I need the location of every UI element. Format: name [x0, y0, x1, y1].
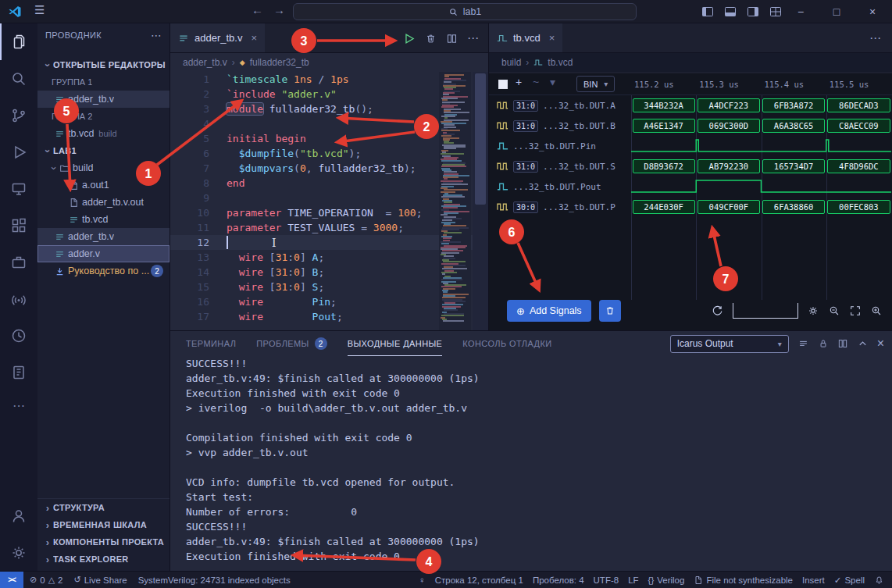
scrollbar-thumb[interactable] [475, 73, 486, 205]
menu-icon[interactable]: ☰ [34, 3, 45, 17]
sidebar-bottom-section-1[interactable]: ›ВРЕМЕННАЯ ШКАЛА [37, 516, 169, 533]
terminal-output[interactable]: SUCCESS!!!adder_tb.v:49: $finish called … [170, 356, 892, 571]
insert-mode-status[interactable]: Insert [802, 576, 825, 585]
toggle-sidebar-icon[interactable] [701, 5, 714, 18]
breadcrumb-symbol[interactable]: fulladder32_tb [250, 57, 309, 68]
sidebar-section-header[interactable]: ›ОТКРЫТЫЕ РЕДАКТОРЫ [37, 56, 169, 73]
close-panel-icon[interactable]: × [877, 337, 884, 351]
signal-row[interactable]: 30:0...32_tb.DUT.P244E030F049CF00F6FA388… [489, 197, 892, 217]
close-button[interactable]: × [855, 0, 890, 23]
breadcrumb-file[interactable]: tb.vcd [548, 57, 573, 68]
breadcrumb[interactable]: adder_tb.v › ◆ fulladder32_tb [170, 53, 488, 72]
sidebar-bottom-section-0[interactable]: ›СТРУКТУРА [37, 499, 169, 516]
back-icon[interactable]: ← [252, 3, 263, 16]
editor-scrollbar[interactable] [473, 72, 488, 330]
panel-tab-2[interactable]: ВЫХОДНЫЕ ДАННЫЕ [348, 331, 443, 356]
color-swatch-icon[interactable] [498, 80, 508, 89]
tree-item[interactable]: adder_tb.v [37, 228, 169, 245]
sidebar-item-guide[interactable]: Руководство по ...2 [37, 262, 169, 280]
activity-notebook[interactable] [0, 354, 37, 390]
synthesizable-status[interactable]: File not synthesizable [694, 576, 793, 585]
chevron-down-icon[interactable]: ▾ [550, 76, 555, 88]
remote-indicator[interactable]: >< [0, 572, 23, 588]
maximize-button[interactable]: □ [819, 0, 855, 23]
cursor-position[interactable]: Строка 12, столбец 1 [435, 576, 523, 585]
tree-item[interactable]: adder_tb.v.out [37, 194, 169, 211]
run-button[interactable] [402, 32, 416, 45]
tree-item[interactable]: ГРУППА 2 [37, 108, 169, 125]
zoom-out-icon[interactable] [828, 305, 840, 317]
indexer-status[interactable]: SystemVerilog: 24731 indexed objects [138, 576, 291, 585]
encoding-status[interactable]: UTF-8 [594, 576, 619, 585]
sidebar-section-header[interactable]: ›LAB1 [37, 142, 169, 159]
activity-accounts[interactable] [0, 497, 37, 534]
sidebar-bottom-section-2[interactable]: ›КОМПОНЕНТЫ ПРОЕКТА [37, 533, 169, 551]
close-tab-icon[interactable]: × [549, 32, 555, 44]
code-area[interactable]: 1`timescale 1ns / 1ps2`include "adder.v"… [170, 72, 488, 330]
panel-tab-3[interactable]: КОНСОЛЬ ОТЛАДКИ [462, 331, 551, 356]
signal-row[interactable]: 31:0...32_tb.DUT.A344B232AA4DCF2236FB3A8… [489, 95, 892, 116]
tab-tb-vcd[interactable]: tb.vcd × [489, 23, 562, 52]
format-select[interactable]: BIN ▾ [576, 76, 615, 92]
sidebar-more-icon[interactable]: ⋯ [151, 29, 162, 41]
zoom-range-input[interactable] [733, 303, 798, 319]
sidebar-bottom-section-3[interactable]: ›TASK EXPLORER [37, 551, 169, 568]
minimap[interactable] [439, 72, 471, 330]
trash-icon[interactable] [425, 33, 437, 45]
lock-icon[interactable] [818, 338, 829, 349]
tree-item[interactable]: a.out1 [37, 176, 169, 194]
tree-item[interactable]: ГРУППА 1 [37, 73, 169, 91]
panel-tab-0[interactable]: ТЕРМИНАЛ [186, 331, 236, 356]
panel-tab-1[interactable]: ПРОБЛЕМЫ2 [256, 331, 326, 356]
close-tab-icon[interactable]: × [251, 32, 257, 44]
more-actions-icon[interactable]: ⋯ [869, 31, 881, 45]
forward-icon[interactable]: → [273, 3, 285, 16]
tree-item[interactable]: adder_tb.v [37, 91, 169, 108]
open-in-editor-icon[interactable] [837, 338, 848, 349]
gear-icon[interactable] [807, 305, 819, 317]
activity-live-share[interactable] [0, 280, 37, 317]
minimize-button[interactable]: − [783, 0, 819, 23]
tree-item[interactable]: ›build [37, 159, 169, 176]
refresh-icon[interactable] [711, 305, 724, 318]
tab-adder-tb-v[interactable]: adder_tb.v × [170, 23, 265, 52]
fit-screen-icon[interactable] [849, 305, 862, 317]
breadcrumb-folder[interactable]: build [501, 57, 521, 68]
zoom-in-icon[interactable] [870, 305, 883, 317]
spell-status[interactable]: ✓Spell [834, 575, 865, 586]
problems-status[interactable]: ⊘0 △2 [30, 575, 63, 585]
signal-row[interactable]: 31:0...32_tb.DUT.SD8B93672AB792230165734… [489, 156, 892, 176]
add-signals-button[interactable]: ⊕ Add Signals [507, 300, 591, 322]
activity-project-manager[interactable] [0, 244, 37, 280]
tree-item[interactable]: tb.vcd [37, 211, 169, 228]
activity-extensions[interactable] [0, 207, 37, 244]
notifications-bell[interactable] [874, 575, 884, 585]
toggle-secondary-sidebar-icon[interactable] [747, 5, 759, 18]
live-share-status[interactable]: ↺ Live Share [74, 575, 127, 585]
activity-more[interactable]: ⋯ [0, 390, 37, 420]
wave-breadcrumb[interactable]: build › tb.vcd [489, 53, 892, 72]
analog-wave-icon[interactable]: ~ [533, 76, 539, 88]
add-icon[interactable]: + [516, 76, 522, 88]
customize-layout-icon[interactable] [769, 5, 782, 18]
activity-run-debug[interactable] [0, 134, 37, 170]
activity-explorer[interactable] [0, 23, 37, 60]
tree-item[interactable]: tb.vcdbuild [37, 125, 169, 142]
activity-search[interactable] [0, 60, 37, 97]
output-channel-select[interactable]: Icarus Output ▾ [670, 335, 789, 353]
activity-history[interactable] [0, 317, 37, 354]
toggle-panel-icon[interactable] [724, 5, 737, 18]
language-status[interactable]: {}Verilog [648, 576, 685, 585]
activity-remote-explorer[interactable] [0, 170, 37, 207]
activity-settings[interactable] [0, 534, 37, 571]
remove-signals-button[interactable] [599, 300, 621, 322]
more-actions-icon[interactable]: ⋯ [467, 31, 479, 45]
search-box[interactable]: lab1 [293, 3, 637, 20]
word-wrap-icon[interactable] [797, 338, 809, 350]
signal-row[interactable]: 31:0...32_tb.DUT.BA46E1347069C300DA6A38C… [489, 116, 892, 136]
breadcrumb-file[interactable]: adder_tb.v [183, 57, 227, 68]
activity-source-control[interactable] [0, 97, 37, 134]
signal-row[interactable]: ...32_tb.DUT.Pin [489, 136, 892, 156]
indentation-status[interactable]: Пробелов: 4 [533, 576, 584, 585]
signal-row[interactable]: ...32_tb.DUT.Pout [489, 176, 892, 197]
